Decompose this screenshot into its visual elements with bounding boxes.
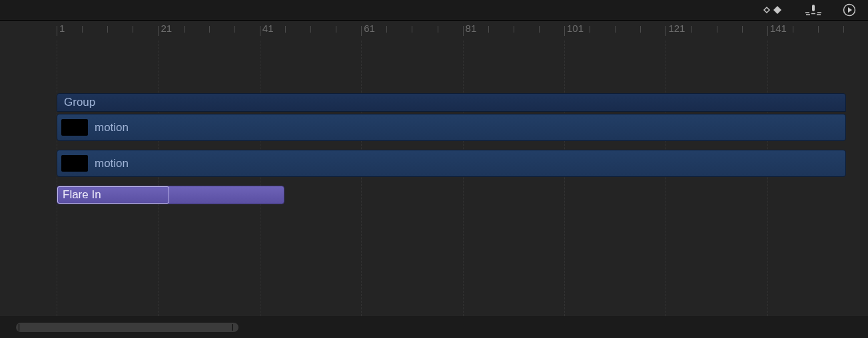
ruler-label: 1 bbox=[59, 23, 65, 34]
timeline-toolbar bbox=[0, 0, 868, 21]
timeline-body: 121416181101121141 Group motion motion F… bbox=[0, 21, 868, 316]
svg-marker-1 bbox=[773, 6, 781, 14]
ruler-label: 141 bbox=[770, 23, 787, 34]
svg-rect-2 bbox=[812, 5, 815, 11]
play-icon[interactable] bbox=[843, 3, 856, 17]
behavior-label: Flare In bbox=[63, 188, 101, 201]
layer-clip[interactable]: motion bbox=[57, 114, 846, 141]
clip-label: motion bbox=[95, 157, 129, 170]
clip-thumbnail bbox=[61, 155, 88, 172]
clip-label: motion bbox=[95, 121, 129, 134]
behavior-bar[interactable]: Flare In bbox=[57, 186, 284, 204]
clip-thumbnail bbox=[61, 119, 88, 136]
ruler-label: 121 bbox=[668, 23, 685, 34]
horizontal-scrollbar[interactable] bbox=[16, 323, 238, 332]
keyframe-icon[interactable] bbox=[760, 5, 784, 15]
ruler-label: 41 bbox=[262, 23, 274, 34]
group-track[interactable]: Group bbox=[57, 93, 846, 112]
ruler-label: 61 bbox=[364, 23, 375, 34]
ruler-label: 101 bbox=[567, 23, 584, 34]
ruler-label: 81 bbox=[466, 23, 477, 34]
svg-marker-0 bbox=[764, 7, 769, 13]
group-label: Group bbox=[64, 96, 95, 108]
snapping-icon[interactable] bbox=[804, 4, 823, 16]
layer-clip[interactable]: motion bbox=[57, 150, 846, 177]
svg-marker-9 bbox=[848, 7, 852, 13]
timeline-scroll-area bbox=[0, 316, 868, 338]
timeline-ruler[interactable]: 121416181101121141 bbox=[0, 21, 868, 41]
ruler-label: 21 bbox=[161, 23, 172, 34]
